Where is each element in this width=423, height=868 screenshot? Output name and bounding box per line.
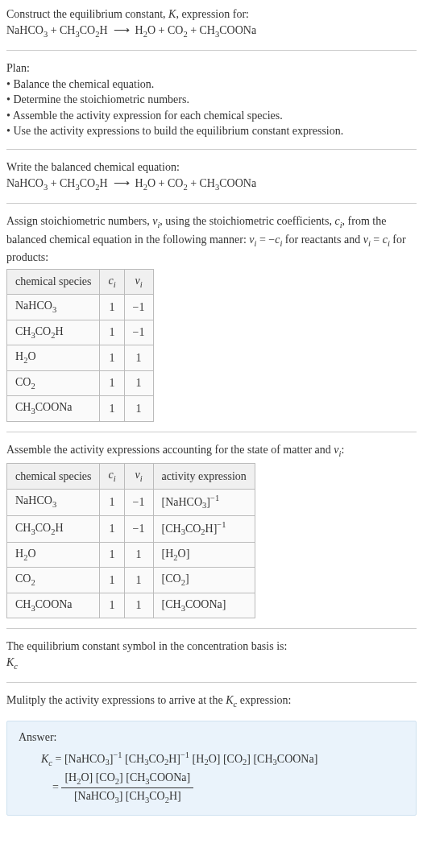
answer-label: Answer: [19, 730, 404, 746]
cell-ci: 1 [100, 320, 124, 345]
title-k: K [168, 8, 176, 20]
cell-species: CO2 [7, 370, 100, 395]
cell-vi: 1 [124, 593, 153, 618]
table-row: CH3CO2H 1 −1 [CH3CO2H]−1 [7, 515, 255, 542]
table-row: NaHCO3 1 −1 [NaHCO3]−1 [7, 489, 255, 515]
fraction: [H2O] [CO2] [CH3COONa] [NaHCO3] [CH3CO2H… [61, 770, 193, 807]
multiply-label: Mulitply the activity expressions to arr… [6, 692, 417, 710]
cell-vi: −1 [124, 320, 153, 345]
activity-section: Assemble the activity expressions accoun… [6, 442, 417, 619]
cell-activity: [CH3COONa] [153, 593, 255, 618]
divider [6, 628, 417, 629]
eq-sign: = [41, 781, 61, 793]
table-row: CO2 1 1 [CO2] [7, 568, 255, 593]
cell-species: NaHCO3 [7, 295, 100, 320]
stoich-section: Assign stoichiometric numbers, νi, using… [6, 213, 417, 421]
table-header-row: chemical species ci νi activity expressi… [7, 464, 255, 489]
cell-vi: −1 [124, 489, 153, 515]
multiply-section: Mulitply the activity expressions to arr… [6, 692, 417, 710]
symbol-value: Kc [6, 655, 417, 672]
symbol-label: The equilibrium constant symbol in the c… [6, 639, 417, 655]
answer-line2: = [H2O] [CO2] [CH3COONa] [NaHCO3] [CH3CO… [41, 770, 404, 807]
plan-label: Plan: [6, 60, 417, 76]
cell-species: NaHCO3 [7, 489, 100, 515]
col-activity: activity expression [153, 464, 255, 489]
symbol-section: The equilibrium constant symbol in the c… [6, 639, 417, 672]
divider [6, 50, 417, 51]
divider [6, 682, 417, 683]
col-species: chemical species [7, 464, 100, 489]
cell-species: CH3CO2H [7, 515, 100, 542]
answer-box: Answer: Kc = [NaHCO3]−1 [CH3CO2H]−1 [H2O… [6, 721, 417, 816]
activity-intro: Assemble the activity expressions accoun… [6, 442, 417, 460]
col-vi: νi [124, 269, 153, 294]
cell-species: CH3CO2H [7, 320, 100, 345]
cell-ci: 1 [100, 515, 124, 542]
cell-ci: 1 [100, 396, 124, 421]
divider [6, 203, 417, 204]
col-ci: ci [100, 269, 124, 294]
cell-activity: [CO2] [153, 568, 255, 593]
stoich-intro: Assign stoichiometric numbers, νi, using… [6, 213, 417, 266]
table-row: CH3COONa 1 1 [CH3COONa] [7, 593, 255, 618]
denominator: [NaHCO3] [CH3CO2H] [61, 788, 193, 806]
cell-species: H2O [7, 542, 100, 567]
cell-ci: 1 [100, 370, 124, 395]
cell-ci: 1 [100, 542, 124, 567]
balanced-section: Write the balanced chemical equation: Na… [6, 159, 417, 193]
title: Construct the equilibrium constant, K, e… [6, 6, 417, 23]
table-row: CO2 1 1 [7, 370, 154, 395]
table-row: H2O 1 1 [H2O] [7, 542, 255, 567]
divider [6, 432, 417, 432]
title-suffix: , expression for: [176, 8, 249, 20]
cell-species: H2O [7, 345, 100, 370]
plan-item: Balance the chemical equation. [6, 76, 417, 93]
cell-activity: [NaHCO3]−1 [153, 489, 255, 515]
cell-activity: [H2O] [153, 542, 255, 567]
cell-vi: 1 [124, 542, 153, 567]
plan-item: Assemble the activity expression for eac… [6, 108, 417, 124]
plan-item: Determine the stoichiometric numbers. [6, 92, 417, 108]
col-ci: ci [100, 464, 124, 489]
cell-vi: 1 [124, 370, 153, 395]
cell-ci: 1 [100, 345, 124, 370]
col-species: chemical species [7, 269, 100, 294]
cell-vi: −1 [124, 295, 153, 320]
cell-ci: 1 [100, 568, 124, 593]
cell-species: CH3COONa [7, 593, 100, 618]
balanced-label: Write the balanced chemical equation: [6, 159, 417, 176]
table-row: H2O 1 1 [7, 345, 154, 370]
cell-ci: 1 [100, 489, 124, 515]
table-row: CH3CO2H 1 −1 [7, 320, 154, 345]
numerator: [H2O] [CO2] [CH3COONa] [61, 770, 193, 788]
header-equation: NaHCO3 + CH3CO2H ⟶ H2O + CO2 + CH3COONa [6, 23, 417, 40]
plan-item: Use the activity expressions to build th… [6, 123, 417, 139]
cell-vi: 1 [124, 568, 153, 593]
cell-species: CH3COONa [7, 396, 100, 421]
plan-section: Plan: Balance the chemical equation. Det… [6, 60, 417, 139]
cell-vi: −1 [124, 515, 153, 542]
col-vi: νi [124, 464, 153, 489]
cell-ci: 1 [100, 593, 124, 618]
plan-list: Balance the chemical equation. Determine… [6, 76, 417, 139]
header-section: Construct the equilibrium constant, K, e… [6, 6, 417, 40]
table-row: NaHCO3 1 −1 [7, 295, 154, 320]
balanced-equation: NaHCO3 + CH3CO2H ⟶ H2O + CO2 + CH3COONa [6, 176, 417, 193]
table-row: CH3COONa 1 1 [7, 396, 154, 421]
cell-activity: [CH3CO2H]−1 [153, 515, 255, 542]
cell-ci: 1 [100, 295, 124, 320]
activity-table: chemical species ci νi activity expressi… [6, 463, 255, 618]
cell-vi: 1 [124, 345, 153, 370]
stoich-table: chemical species ci νi NaHCO3 1 −1 CH3CO… [6, 269, 154, 422]
title-prefix: Construct the equilibrium constant, [6, 8, 168, 20]
divider [6, 149, 417, 150]
answer-expression: Kc = [NaHCO3]−1 [CH3CO2H]−1 [H2O] [CO2] … [19, 750, 404, 806]
cell-vi: 1 [124, 396, 153, 421]
table-header-row: chemical species ci νi [7, 269, 154, 294]
cell-species: CO2 [7, 568, 100, 593]
answer-line1: Kc = [NaHCO3]−1 [CH3CO2H]−1 [H2O] [CO2] … [41, 750, 404, 769]
